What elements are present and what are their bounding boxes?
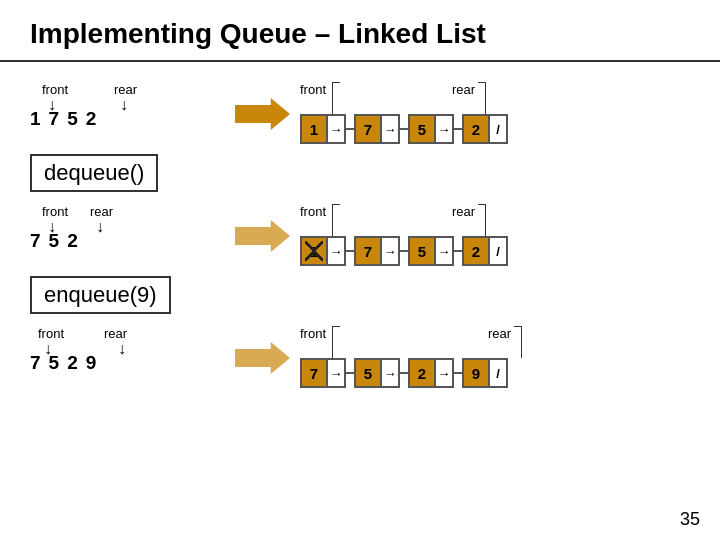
node-ptr-3-3 [436, 358, 454, 388]
node-val-2-1: 1 [300, 236, 328, 266]
node-ptr-3-4 [490, 358, 508, 388]
node-val-3-2: 5 [354, 358, 382, 388]
num-3-3: 2 [67, 352, 78, 374]
left-nums-3: 7 5 2 9 [30, 352, 225, 374]
left-nums-2: 7 5 2 [30, 230, 225, 252]
node-val-3-3: 2 [408, 358, 436, 388]
node-val-3-1: 7 [300, 358, 328, 388]
num-1-3: 5 [67, 108, 78, 130]
node-val-1-1: 1 [300, 114, 328, 144]
node-ptr-2-3 [436, 236, 454, 266]
arrow-3 [235, 342, 290, 374]
node-val-2-3: 5 [408, 236, 436, 266]
front-bracket-3 [332, 326, 340, 358]
node-val-1-3: 5 [408, 114, 436, 144]
node-ptr-3-1 [328, 358, 346, 388]
left-front-label-2: front [42, 204, 68, 219]
node-ptr-1-4 [490, 114, 508, 144]
node-ptr-3-2 [382, 358, 400, 388]
left-front-arrow-1: ↓ [48, 96, 56, 114]
page-number: 35 [680, 509, 700, 530]
enqueue-label: enqueue(9) [30, 270, 690, 318]
rear-bracket-2 [478, 204, 486, 236]
node-ptr-2-4 [490, 236, 508, 266]
node-ptr-2-1 [328, 236, 346, 266]
right-rear-label-3: rear [488, 326, 511, 341]
node-ptr-1-3 [436, 114, 454, 144]
right-front-label-1: front [300, 82, 326, 97]
left-front-arrow-3: ↓ [44, 340, 52, 358]
node-val-2-4: 2 [462, 236, 490, 266]
rear-bracket-3 [514, 326, 522, 358]
node-ptr-2-2 [382, 236, 400, 266]
arrow-2 [235, 220, 290, 252]
arrow-1 [235, 98, 290, 130]
node-val-3-4: 9 [462, 358, 490, 388]
num-1-4: 2 [86, 108, 97, 130]
num-3-4: 9 [86, 352, 97, 374]
left-rear-label-2: rear [90, 204, 113, 219]
right-rear-label-2: rear [452, 204, 475, 219]
right-front-label-3: front [300, 326, 326, 341]
node-val-1-4: 2 [462, 114, 490, 144]
left-front-label-1: front [42, 82, 68, 97]
node-val-1-2: 7 [354, 114, 382, 144]
front-bracket-1 [332, 82, 340, 114]
left-rear-label-1: rear [114, 82, 137, 97]
node-ptr-1-2 [382, 114, 400, 144]
node-ptr-1-1 [328, 114, 346, 144]
enqueue-diagram: front rear ↓ ↓ 7 5 2 9 front [30, 322, 690, 388]
right-front-label-2: front [300, 204, 326, 219]
left-rear-arrow-3: ↓ [118, 340, 126, 358]
linked-list-1: 1 7 5 2 [300, 114, 690, 144]
left-front-label-3: front [38, 326, 64, 341]
dequeue-diagram: front rear ↓ ↓ 7 5 2 front [30, 200, 690, 266]
dequeue-label: dequeue() [30, 148, 690, 196]
left-front-arrow-2: ↓ [48, 218, 56, 236]
num-1-1: 1 [30, 108, 41, 130]
num-2-1: 7 [30, 230, 41, 252]
page-title: Implementing Queue – Linked List [0, 0, 720, 62]
node-val-2-2: 7 [354, 236, 382, 266]
linked-list-3: 7 5 2 9 [300, 358, 690, 388]
front-bracket-2 [332, 204, 340, 236]
left-rear-label-3: rear [104, 326, 127, 341]
right-rear-label-1: rear [452, 82, 475, 97]
left-rear-arrow-1: ↓ [120, 96, 128, 114]
left-rear-arrow-2: ↓ [96, 218, 104, 236]
num-2-3: 2 [67, 230, 78, 252]
rear-bracket-1 [478, 82, 486, 114]
linked-list-2: 1 7 5 2 [300, 236, 690, 266]
initial-diagram: front rear ↓ ↓ 1 7 5 2 [30, 78, 690, 144]
num-3-1: 7 [30, 352, 41, 374]
